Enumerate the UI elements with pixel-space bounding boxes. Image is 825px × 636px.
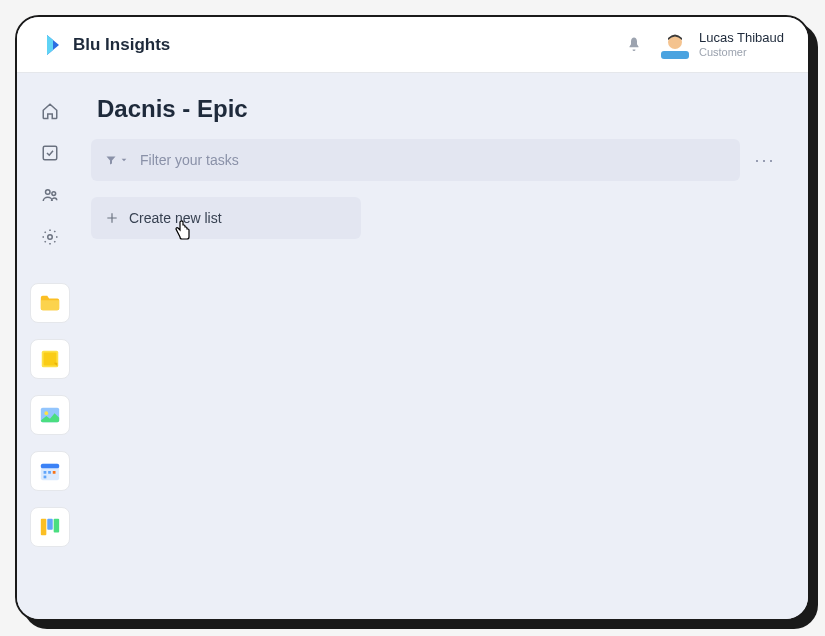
sidebar	[17, 73, 83, 619]
svg-rect-13	[48, 471, 51, 474]
svg-point-4	[52, 192, 56, 196]
filter-placeholder: Filter your tasks	[140, 152, 239, 168]
svg-rect-15	[44, 476, 47, 479]
more-button[interactable]: ···	[750, 145, 780, 175]
svg-point-3	[46, 190, 51, 195]
svg-rect-11	[41, 464, 59, 469]
page-title: Dacnis - Epic	[91, 95, 780, 123]
svg-rect-7	[44, 353, 57, 366]
kanban-icon	[39, 516, 61, 538]
create-list-button[interactable]: Create new list	[91, 197, 361, 239]
user-text: Lucas Thibaud Customer	[699, 31, 784, 57]
project-tile-5[interactable]	[30, 507, 70, 547]
filter-bar[interactable]: Filter your tasks	[91, 139, 740, 181]
filter-row: Filter your tasks ···	[91, 139, 780, 181]
nav-team[interactable]	[30, 177, 70, 213]
project-tile-2[interactable]	[30, 339, 70, 379]
nav-home[interactable]	[30, 93, 70, 129]
svg-point-5	[48, 235, 53, 240]
user-menu[interactable]: Lucas Thibaud Customer	[661, 31, 784, 59]
home-icon	[41, 102, 59, 120]
svg-rect-14	[53, 471, 56, 474]
brand-name: Blu Insights	[73, 35, 170, 55]
plus-icon	[105, 211, 119, 225]
svg-rect-17	[47, 519, 53, 530]
header-right: Lucas Thibaud Customer	[625, 31, 784, 59]
user-name: Lucas Thibaud	[699, 31, 784, 45]
project-tile-4[interactable]	[30, 451, 70, 491]
project-tile-1[interactable]	[30, 283, 70, 323]
check-icon	[41, 144, 59, 162]
project-tile-3[interactable]	[30, 395, 70, 435]
svg-rect-2	[43, 146, 57, 160]
svg-rect-12	[44, 471, 47, 474]
nav-settings[interactable]	[30, 219, 70, 255]
chevron-down-icon	[120, 156, 128, 164]
body: Dacnis - Epic Filter your tasks ···	[17, 73, 808, 619]
svg-rect-0	[661, 51, 689, 59]
calendar-icon	[39, 460, 61, 482]
svg-rect-18	[54, 519, 59, 533]
notes-icon	[39, 348, 61, 370]
more-icon: ···	[754, 150, 775, 171]
folder-icon	[39, 292, 61, 314]
svg-point-9	[45, 411, 49, 415]
svg-rect-16	[41, 519, 47, 536]
gear-icon	[41, 228, 59, 246]
create-list-label: Create new list	[129, 210, 222, 226]
filter-dropdown[interactable]	[105, 154, 128, 166]
app-window: Blu Insights Lucas Thibaud Customer	[15, 15, 810, 621]
notifications-icon[interactable]	[625, 36, 643, 54]
user-role: Customer	[699, 46, 784, 58]
image-icon	[39, 404, 61, 426]
users-icon	[41, 186, 59, 204]
filter-icon	[105, 154, 117, 166]
app-header: Blu Insights Lucas Thibaud Customer	[17, 17, 808, 73]
brand[interactable]: Blu Insights	[41, 33, 170, 57]
brand-logo-icon	[41, 33, 65, 57]
avatar	[661, 31, 689, 59]
nav-tasks[interactable]	[30, 135, 70, 171]
main-content: Dacnis - Epic Filter your tasks ···	[83, 73, 808, 619]
